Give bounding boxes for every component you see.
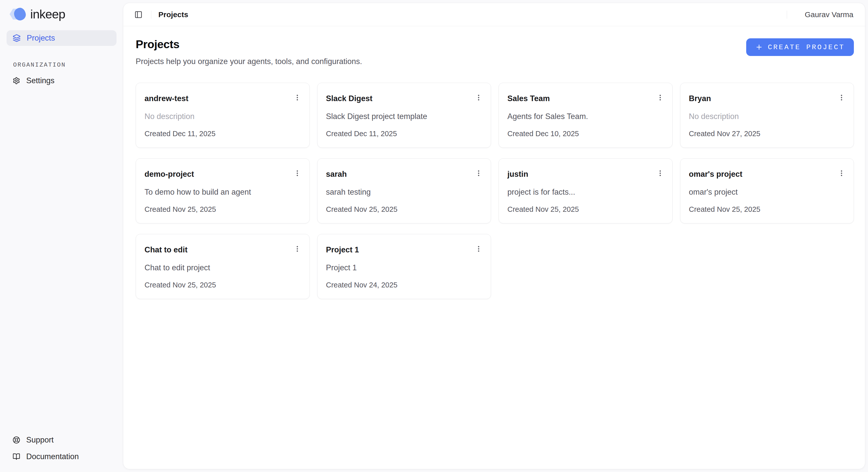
sidebar-item-documentation[interactable]: Documentation (6, 449, 117, 465)
sidebar: inkeep Projects ORGANIZATION Settings (0, 0, 123, 472)
project-description: Project 1 (326, 263, 483, 272)
project-created-date: Created Nov 25, 2025 (326, 205, 483, 214)
ellipsis-vertical-icon (293, 169, 301, 177)
project-name: Slack Digest (326, 94, 372, 103)
ellipsis-vertical-icon (475, 94, 483, 101)
ellipsis-vertical-icon (656, 94, 664, 101)
inkeep-logo[interactable]: inkeep (9, 7, 117, 21)
sidebar-nav: Projects (6, 21, 117, 46)
project-name: justin (507, 170, 528, 179)
gear-icon (12, 77, 20, 85)
project-menu-button[interactable] (292, 244, 302, 254)
project-description: sarah testing (326, 188, 483, 197)
create-project-button[interactable]: CREATE PROJECT (746, 38, 854, 56)
project-created-date: Created Dec 10, 2025 (507, 130, 664, 138)
project-name: Sales Team (507, 94, 550, 103)
project-created-date: Created Nov 25, 2025 (145, 205, 301, 214)
project-menu-button[interactable] (473, 93, 484, 103)
project-description: Slack Digest project template (326, 112, 483, 121)
project-description: No description (145, 112, 301, 121)
project-menu-button[interactable] (836, 168, 846, 178)
project-name: omar's project (689, 170, 742, 179)
project-card[interactable]: sarah sarah testing Created Nov 25, 2025 (317, 158, 491, 223)
project-description: To demo how to build an agent (145, 188, 301, 197)
project-card[interactable]: Sales Team Agents for Sales Team. Create… (499, 83, 673, 148)
project-created-date: Created Nov 25, 2025 (145, 281, 301, 289)
sidebar-item-settings[interactable]: Settings (6, 73, 117, 89)
plus-icon (755, 43, 763, 51)
project-description: Agents for Sales Team. (507, 112, 664, 121)
ellipsis-vertical-icon (475, 245, 483, 253)
project-name: demo-project (145, 170, 194, 179)
content-head: Projects Projects help you organize your… (136, 38, 854, 66)
main-panel: Projects Gaurav Varma Projects Projects … (123, 3, 865, 469)
content: Projects Projects help you organize your… (123, 26, 865, 469)
sidebar-item-label: Support (26, 435, 54, 444)
topbar-divider (151, 10, 151, 19)
panel-left-icon (134, 10, 143, 19)
project-card[interactable]: Chat to edit Chat to edit project Create… (136, 234, 310, 299)
sidebar-item-label: Projects (27, 34, 55, 42)
project-card[interactable]: Project 1 Project 1 Created Nov 24, 2025 (317, 234, 491, 299)
breadcrumb: Projects (158, 10, 188, 19)
project-description: project is for facts... (507, 188, 664, 197)
project-created-date: Created Nov 27, 2025 (689, 130, 845, 138)
project-name: Bryan (689, 94, 711, 103)
sidebar-item-label: Documentation (26, 452, 79, 461)
topbar: Projects Gaurav Varma (123, 3, 865, 26)
book-open-icon (12, 453, 20, 461)
inkeep-wordmark: inkeep (30, 7, 65, 21)
project-card[interactable]: Bryan No description Created Nov 27, 202… (680, 83, 854, 148)
project-card[interactable]: andrew-test No description Created Dec 1… (136, 83, 310, 148)
ellipsis-vertical-icon (656, 169, 664, 177)
project-card[interactable]: omar's project omar's project Created No… (680, 158, 854, 223)
project-description: omar's project (689, 188, 845, 197)
life-buoy-icon (12, 436, 20, 444)
create-project-label: CREATE PROJECT (768, 43, 845, 51)
project-created-date: Created Dec 11, 2025 (145, 130, 301, 138)
project-created-date: Created Nov 25, 2025 (689, 205, 845, 214)
project-card[interactable]: justin project is for facts... Created N… (499, 158, 673, 223)
project-description: No description (689, 112, 845, 121)
project-name: Project 1 (326, 245, 359, 254)
project-grid: andrew-test No description Created Dec 1… (136, 83, 854, 299)
project-created-date: Created Nov 24, 2025 (326, 281, 483, 289)
project-menu-button[interactable] (655, 168, 665, 178)
layers-icon (12, 34, 21, 42)
page-subtitle: Projects help you organize your agents, … (136, 57, 362, 66)
ellipsis-vertical-icon (838, 94, 845, 101)
topbar-right-divider (787, 10, 787, 19)
project-created-date: Created Dec 11, 2025 (326, 130, 483, 138)
sidebar-section-organization: ORGANIZATION (13, 62, 117, 68)
project-card[interactable]: demo-project To demo how to build an age… (136, 158, 310, 223)
project-menu-button[interactable] (292, 168, 302, 178)
ellipsis-vertical-icon (293, 245, 301, 253)
ellipsis-vertical-icon (838, 169, 845, 177)
project-name: andrew-test (145, 94, 188, 103)
project-menu-button[interactable] (473, 168, 484, 178)
project-menu-button[interactable] (473, 244, 484, 254)
sidebar-footer: Support Documentation (6, 432, 117, 465)
sidebar-toggle-button[interactable] (133, 9, 144, 20)
project-menu-button[interactable] (292, 93, 302, 103)
project-name: sarah (326, 170, 347, 179)
project-card[interactable]: Slack Digest Slack Digest project templa… (317, 83, 491, 148)
inkeep-logo-icon (9, 8, 26, 21)
project-name: Chat to edit (145, 245, 188, 254)
ellipsis-vertical-icon (293, 94, 301, 101)
sidebar-item-label: Settings (26, 76, 55, 85)
sidebar-item-support[interactable]: Support (6, 432, 117, 448)
page-title: Projects (136, 38, 362, 51)
project-description: Chat to edit project (145, 263, 301, 272)
ellipsis-vertical-icon (475, 169, 483, 177)
project-menu-button[interactable] (836, 93, 846, 103)
project-menu-button[interactable] (655, 93, 665, 103)
project-created-date: Created Nov 25, 2025 (507, 205, 664, 214)
user-menu-button[interactable]: Gaurav Varma (794, 10, 856, 19)
sidebar-item-projects[interactable]: Projects (6, 30, 117, 46)
